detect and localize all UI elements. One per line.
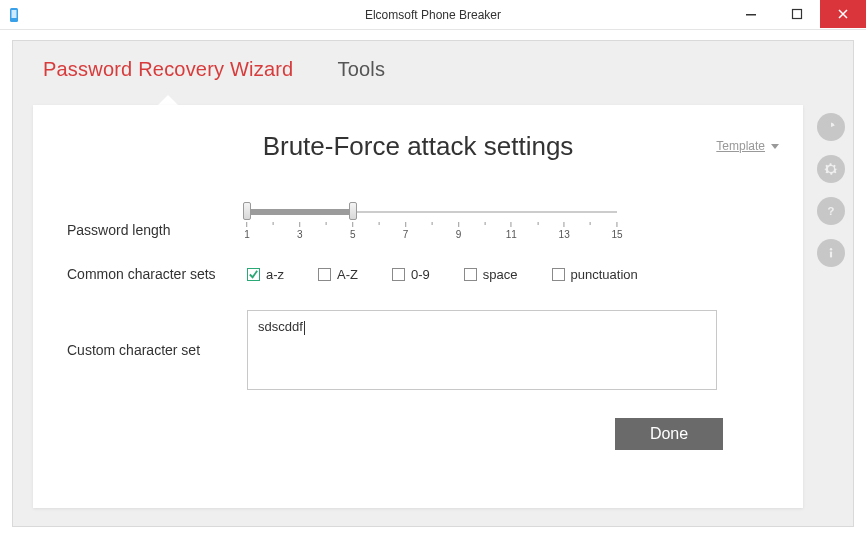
maximize-button[interactable] <box>774 0 820 28</box>
slider-tick: . <box>272 222 275 238</box>
titlebar: Elcomsoft Phone Breaker <box>0 0 866 30</box>
template-dropdown[interactable]: Template <box>716 139 779 153</box>
checkbox-label: a-z <box>266 267 284 282</box>
slider-tick: . <box>378 222 381 238</box>
checkbox-punct[interactable]: punctuation <box>552 267 638 282</box>
close-button[interactable] <box>820 0 866 28</box>
slider-tick: 5 <box>350 222 356 240</box>
svg-rect-7 <box>830 252 832 258</box>
content-frame: Password Recovery Wizard Tools ? Brute-F… <box>12 40 854 527</box>
password-length-slider[interactable]: 1.3.5.7.9.11.13.15 <box>247 208 617 238</box>
checkbox-num[interactable]: 0-9 <box>392 267 430 282</box>
app-icon <box>6 7 22 23</box>
template-label: Template <box>716 139 765 153</box>
checkbox-box <box>318 268 331 281</box>
slider-tick: . <box>589 222 592 238</box>
side-toolbar: ? <box>817 113 845 267</box>
page-title: Brute-Force attack settings <box>263 131 574 162</box>
checkbox-box <box>464 268 477 281</box>
checkbox-AZ[interactable]: A-Z <box>318 267 358 282</box>
done-button[interactable]: Done <box>615 418 723 450</box>
settings-card: Brute-Force attack settings Template Pas… <box>33 105 803 508</box>
svg-text:?: ? <box>828 205 835 217</box>
checkbox-box <box>392 268 405 281</box>
slider-tick: . <box>431 222 434 238</box>
slider-tick: . <box>325 222 328 238</box>
help-icon[interactable]: ? <box>817 197 845 225</box>
charsets-label: Common character sets <box>67 266 247 282</box>
checkbox-box <box>247 268 260 281</box>
tab-password-recovery[interactable]: Password Recovery Wizard <box>41 46 295 95</box>
checkbox-label: space <box>483 267 518 282</box>
svg-point-6 <box>830 248 832 250</box>
checkbox-label: 0-9 <box>411 267 430 282</box>
window-controls <box>728 0 866 29</box>
slider-handle-low[interactable] <box>243 202 251 220</box>
slider-tick: 1 <box>244 222 250 240</box>
clock-icon[interactable] <box>817 113 845 141</box>
checkbox-az[interactable]: a-z <box>247 267 284 282</box>
gear-icon[interactable] <box>817 155 845 183</box>
slider-handle-high[interactable] <box>349 202 357 220</box>
slider-tick: 11 <box>506 222 517 240</box>
svg-rect-1 <box>12 10 17 18</box>
tab-tools[interactable]: Tools <box>335 46 387 95</box>
info-icon[interactable] <box>817 239 845 267</box>
main-tabs: Password Recovery Wizard Tools <box>13 41 853 95</box>
svg-rect-3 <box>793 10 802 19</box>
slider-tick: 13 <box>559 222 570 240</box>
slider-tick: . <box>483 222 486 238</box>
svg-rect-2 <box>746 14 756 16</box>
slider-tick: 15 <box>611 222 622 240</box>
slider-tick: 3 <box>297 222 303 240</box>
checkbox-label: A-Z <box>337 267 358 282</box>
slider-tick: 7 <box>403 222 409 240</box>
custom-charset-input[interactable]: sdscddf <box>247 310 717 390</box>
checkbox-box <box>552 268 565 281</box>
password-length-label: Password length <box>67 222 247 238</box>
checkbox-label: punctuation <box>571 267 638 282</box>
slider-tick: 9 <box>456 222 462 240</box>
checkbox-space[interactable]: space <box>464 267 518 282</box>
slider-tick: . <box>536 222 539 238</box>
custom-charset-label: Custom character set <box>67 342 247 358</box>
minimize-button[interactable] <box>728 0 774 28</box>
chevron-down-icon <box>771 144 779 149</box>
